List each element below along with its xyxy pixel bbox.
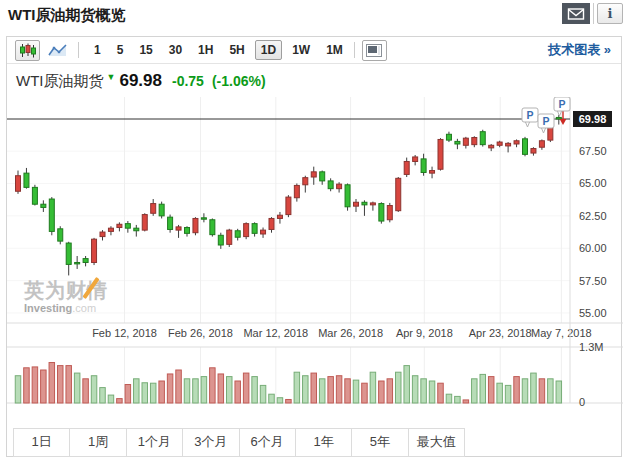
- info-button[interactable]: i: [597, 3, 623, 24]
- last-price-badge-text: 69.98: [579, 113, 607, 125]
- candle-body: [506, 143, 511, 146]
- candle-body: [235, 231, 240, 237]
- volume-bar: [370, 372, 376, 403]
- event-marker-label: P: [526, 109, 533, 121]
- candlestick-chart-icon: [19, 43, 37, 58]
- candle-body: [556, 117, 561, 119]
- candle-body: [269, 218, 274, 229]
- period-button[interactable]: 最大值: [408, 428, 465, 457]
- candle-body: [108, 228, 113, 231]
- y-axis-label: 60.00: [579, 242, 607, 254]
- period-button[interactable]: 1日: [13, 428, 70, 457]
- x-axis-label: May 7, 2018: [531, 327, 592, 339]
- candle-body: [100, 232, 105, 237]
- volume-bar: [429, 381, 435, 403]
- tech-chart-link[interactable]: 技术图表 »: [548, 41, 611, 59]
- candle-body: [16, 176, 21, 192]
- down-triangle-icon: ▼: [107, 72, 116, 82]
- volume-bar: [522, 379, 528, 403]
- period-button[interactable]: 1年: [295, 428, 352, 457]
- volume-min-label: 0: [579, 396, 585, 408]
- line-style-button[interactable]: [45, 40, 70, 61]
- candle-body: [497, 142, 502, 145]
- x-axis-label: Feb 12, 2018: [92, 327, 157, 339]
- volume-bar: [548, 379, 554, 403]
- x-axis-label: Mar 12, 2018: [243, 327, 308, 339]
- period-button[interactable]: 6个月: [239, 428, 296, 457]
- interval-button-1M[interactable]: 1M: [320, 40, 349, 60]
- interval-button-1W[interactable]: 1W: [286, 40, 316, 60]
- interval-button-5[interactable]: 5: [111, 40, 130, 60]
- volume-bar: [74, 373, 80, 403]
- candle-body: [201, 218, 206, 219]
- candle-body: [159, 204, 164, 216]
- candle-body: [396, 178, 401, 210]
- candle-body: [328, 181, 333, 189]
- interval-button-1[interactable]: 1: [88, 40, 107, 60]
- period-button[interactable]: 1周: [69, 428, 126, 457]
- volume-bar: [91, 376, 97, 403]
- volume-bar: [455, 396, 461, 403]
- volume-bar: [15, 376, 21, 403]
- volume-bar: [277, 398, 283, 403]
- mail-button[interactable]: [562, 3, 590, 24]
- interval-button-1D[interactable]: 1D: [255, 40, 282, 60]
- price-chart-canvas[interactable]: 67.5065.0062.5060.0057.5055.00Feb 12, 20…: [7, 97, 623, 411]
- volume-bar: [379, 381, 385, 403]
- volume-bar: [421, 379, 427, 403]
- volume-bar: [336, 376, 342, 403]
- period-button[interactable]: 1个月: [126, 428, 183, 457]
- candle-body: [66, 243, 71, 264]
- interval-button-15[interactable]: 15: [133, 40, 158, 60]
- candle-body: [320, 172, 325, 181]
- volume-bar: [353, 380, 359, 403]
- candle-body: [142, 215, 147, 231]
- volume-bar: [193, 379, 199, 403]
- popup-chart-icon: [366, 44, 382, 57]
- interval-button-30[interactable]: 30: [163, 40, 188, 60]
- candle-body: [261, 230, 266, 234]
- period-button[interactable]: 5年: [351, 428, 408, 457]
- candlestick-style-button[interactable]: [15, 40, 40, 61]
- chart-widget: 1515301H5H1D1W1M 技术图表 » WTI原油期货 ▼ 69.98 …: [6, 36, 622, 457]
- last-price: 69.98: [119, 71, 162, 91]
- volume-bar: [396, 372, 402, 403]
- popup-chart-button[interactable]: [362, 40, 387, 61]
- candle-body: [185, 228, 190, 234]
- volume-bar: [159, 381, 165, 403]
- volume-bar: [201, 377, 207, 403]
- volume-bar: [227, 377, 233, 403]
- candle-body: [345, 185, 350, 207]
- candle-body: [531, 149, 536, 154]
- y-axis-label: 57.50: [579, 275, 607, 287]
- x-axis-label: Apr 9, 2018: [396, 327, 453, 339]
- interval-group: 1515301H5H1D1W1M: [86, 40, 351, 60]
- candle-body: [472, 138, 477, 145]
- period-button[interactable]: 3个月: [182, 428, 239, 457]
- candle-body: [463, 138, 468, 145]
- interval-button-5H[interactable]: 5H: [223, 40, 250, 60]
- divider: [78, 42, 79, 58]
- quote-row: WTI原油期货 ▼ 69.98 -0.75 (-1.06%): [7, 65, 621, 97]
- volume-bar: [108, 395, 114, 403]
- volume-bar: [488, 377, 494, 403]
- volume-bar: [294, 372, 300, 403]
- volume-bar: [184, 379, 190, 403]
- volume-max-label: 1.3M: [579, 341, 603, 353]
- volume-bar: [345, 379, 351, 403]
- candle-body: [24, 173, 29, 187]
- volume-bar: [480, 374, 486, 403]
- candle-body: [430, 171, 435, 174]
- volume-bar: [100, 388, 106, 403]
- volume-bar: [286, 399, 292, 403]
- candle-body: [413, 157, 418, 162]
- candle-body: [176, 227, 181, 230]
- candle-body: [354, 202, 359, 206]
- interval-button-1H[interactable]: 1H: [192, 40, 219, 60]
- period-button-row: 1日1周1个月3个月6个月1年5年最大值: [13, 428, 465, 457]
- volume-bar: [243, 373, 249, 403]
- volume-bar: [514, 377, 520, 403]
- event-marker-label: P: [558, 98, 565, 110]
- volume-bar: [117, 399, 123, 403]
- candle-body: [193, 218, 198, 232]
